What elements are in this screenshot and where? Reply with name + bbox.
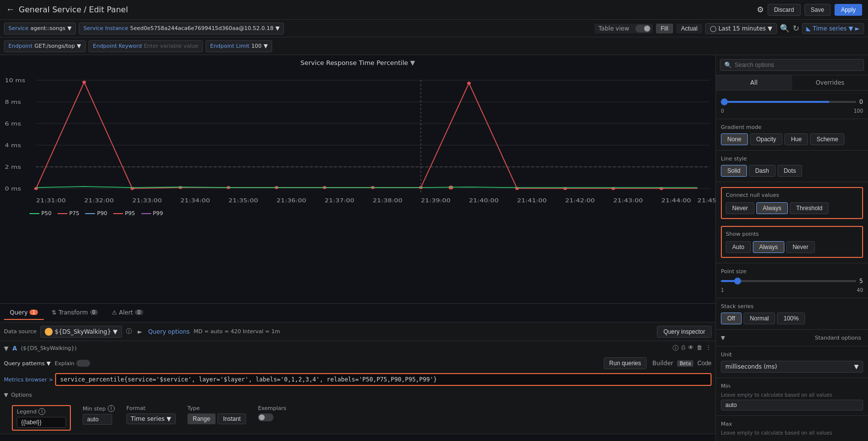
viz-type-chevron-icon: ▼ <box>849 25 853 32</box>
svg-text:0 ms: 0 ms <box>5 186 21 192</box>
legend-p50: P50 <box>30 210 52 217</box>
stack-100-button[interactable]: 100% <box>777 313 805 324</box>
query-input-container: service_percentile{service='$service', l… <box>55 373 712 386</box>
query-patterns-chevron-icon: ▼ <box>47 360 51 367</box>
service-instance-chevron-icon: ▼ <box>276 25 279 32</box>
min-step-input[interactable] <box>83 414 112 425</box>
tab-all[interactable]: All <box>716 75 792 90</box>
show-points-never-button[interactable]: Never <box>786 241 815 253</box>
datasource-info-icon[interactable]: ⓘ <box>126 327 132 336</box>
connect-never-button[interactable]: Never <box>726 202 754 214</box>
beta-badge: Beta <box>677 360 693 367</box>
explain-toggle[interactable]: Explain <box>55 360 90 367</box>
query-eye-icon[interactable]: 👁 <box>688 344 694 352</box>
endpoint-label: Endpoint <box>8 43 32 49</box>
chart-area: Service Response Time Percentile ▼ 10 ms… <box>0 55 715 303</box>
line-style-group: Solid Dash Dots <box>721 165 863 177</box>
stack-normal-button[interactable]: Normal <box>744 313 775 324</box>
slider-container: 0 <box>721 98 863 105</box>
svg-text:21:38:00: 21:38:00 <box>373 197 403 204</box>
connect-threshold-button[interactable]: Threshold <box>790 202 829 214</box>
gradient-none-button[interactable]: None <box>721 133 748 145</box>
line-solid-button[interactable]: Solid <box>721 165 747 177</box>
gradient-hue-button[interactable]: Hue <box>784 133 808 145</box>
run-queries-button[interactable]: Run queries <box>604 357 647 369</box>
query-delete-icon[interactable]: 🗑 <box>697 344 703 352</box>
query-help-icon[interactable]: ⓘ <box>673 344 679 352</box>
query-copy-icon[interactable]: ⎙ <box>682 344 685 352</box>
legend-info-icon[interactable]: i <box>38 408 45 415</box>
datasource-value: ${DS_SkyWalking} <box>55 328 111 335</box>
endpoint-filter[interactable]: Endpoint GET:/songs/top ▼ <box>4 40 86 52</box>
apply-button[interactable]: Apply <box>835 4 862 16</box>
gradient-opacity-button[interactable]: Opacity <box>750 133 783 145</box>
zoom-out-button[interactable]: 🔍 <box>780 24 790 33</box>
query-input-value[interactable]: service_percentile{service='$service', l… <box>60 376 437 383</box>
viz-type-icon: ◣ <box>806 25 811 32</box>
query-options-link[interactable]: Query options <box>148 328 189 335</box>
gear-button[interactable]: ⚙ <box>757 5 764 14</box>
stack-off-button[interactable]: Off <box>721 313 742 324</box>
query-drag-icon[interactable]: ⋮ <box>706 344 712 352</box>
tab-transform[interactable]: ⇅ Transform 0 <box>46 306 104 320</box>
show-points-auto-button[interactable]: Auto <box>726 241 751 253</box>
tab-alert[interactable]: ⚠ Alert 0 <box>106 306 149 320</box>
tab-overrides[interactable]: Overrides <box>792 75 868 90</box>
time-range-picker[interactable]: ◯ Last 15 minutes ▼ <box>705 23 776 34</box>
exemplars-option-group: Exemplars <box>258 405 286 421</box>
endpoint-keyword-input[interactable]: Enter variable value <box>144 43 198 49</box>
back-button[interactable]: ← <box>6 4 15 15</box>
page-title: General Service / Edit Panel <box>19 5 753 14</box>
datasource-select[interactable]: ${DS_SkyWalking} ▼ <box>40 326 122 338</box>
min-input[interactable] <box>721 400 863 410</box>
point-size-slider[interactable] <box>721 280 856 282</box>
save-button[interactable]: Save <box>805 4 831 16</box>
viz-type-label: Time series <box>813 25 847 32</box>
query-inspector-button[interactable]: Query inspector <box>657 326 712 338</box>
chart-title-chevron-icon[interactable]: ▼ <box>410 59 415 66</box>
endpoint-chevron-icon: ▼ <box>77 43 81 49</box>
min-step-info-icon[interactable]: i <box>108 405 115 412</box>
type-range-button[interactable]: Range <box>187 413 216 424</box>
options-header[interactable]: ▼ Options <box>0 388 715 402</box>
service-instance-filter[interactable]: Service Instance 5eed0e5758a244aca6e7699… <box>79 23 284 34</box>
discard-button[interactable]: Discard <box>768 4 801 16</box>
endpoint-keyword-label: Endpoint Keyword <box>93 43 142 49</box>
metrics-browser-label[interactable]: Metrics browser > <box>4 377 53 383</box>
top-bar: ← General Service / Edit Panel ⚙ Discard… <box>0 0 868 20</box>
refresh-button[interactable]: ↻ <box>793 24 799 33</box>
standard-options-title: Standard options <box>815 335 861 341</box>
query-patterns-button[interactable]: Query patterns ▼ <box>4 360 51 367</box>
search-input[interactable] <box>735 62 860 68</box>
show-points-box: Show points Auto Always Never <box>721 226 863 258</box>
actual-button[interactable]: Actual <box>676 24 702 33</box>
endpoint-limit-filter[interactable]: Endpoint Limit 100 ▼ <box>206 40 272 52</box>
connect-always-button[interactable]: Always <box>756 202 788 214</box>
endpoint-keyword-filter[interactable]: Endpoint Keyword Enter variable value <box>89 40 203 52</box>
unit-select[interactable]: milliseconds (ms) ▼ <box>721 361 863 373</box>
line-dots-button[interactable]: Dots <box>777 165 803 177</box>
code-button[interactable]: Code <box>697 360 712 367</box>
panel-slider[interactable] <box>721 101 856 103</box>
type-instant-button[interactable]: Instant <box>217 413 246 424</box>
format-select[interactable]: Time series ▼ <box>126 413 176 424</box>
table-view-toggle[interactable]: Table view <box>594 24 652 33</box>
standard-options-header[interactable]: ▼ Standard options <box>716 330 868 346</box>
gradient-scheme-button[interactable]: Scheme <box>810 133 844 145</box>
viz-type-picker[interactable]: ◣ Time series ▼ ► <box>802 23 864 34</box>
line-dash-button[interactable]: Dash <box>749 165 775 177</box>
service-filter[interactable]: Service agent::songs ▼ <box>4 23 76 34</box>
fill-button[interactable]: Fill <box>656 24 673 33</box>
exemplars-toggle[interactable] <box>258 413 274 421</box>
legend-input[interactable] <box>17 417 66 428</box>
show-points-always-button[interactable]: Always <box>753 241 784 253</box>
legend-p75: P75 <box>58 210 80 217</box>
point-size-slider-container: 5 <box>721 278 863 284</box>
datasource-bar: Data source ${DS_SkyWalking} ▼ ⓘ ► Query… <box>0 322 715 341</box>
svg-text:21:33:00: 21:33:00 <box>132 197 162 204</box>
legend-p99: P99 <box>141 210 163 217</box>
top-actions: ⚙ Discard Save Apply <box>757 4 862 16</box>
explain-switch[interactable] <box>76 360 90 367</box>
query-row-expand-icon[interactable]: ▼ <box>4 345 8 352</box>
tab-query[interactable]: Query 1 <box>4 306 44 320</box>
